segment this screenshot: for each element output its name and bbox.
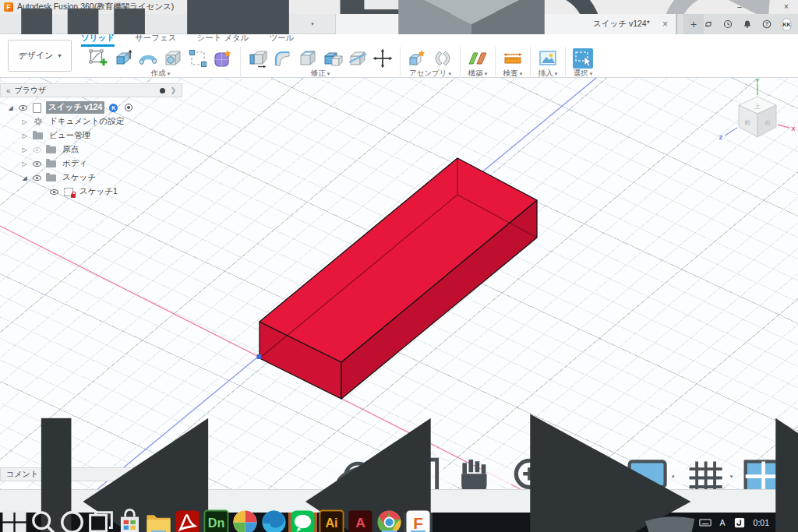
acrobat-taskbar-button[interactable] [173,513,202,532]
new-tab-button[interactable]: + [683,14,704,34]
ribbon-toolbar: デザイン ソリッドサーフェスシート メタルツール 作成修正アセンブリ構築検査挿入… [0,34,798,78]
panel-expand-icon[interactable]: ❯ [170,86,176,94]
ribbon-group-label-assemble[interactable]: アセンブリ [409,69,451,78]
ribbon-tab-tools[interactable]: ツール [270,33,295,47]
svg-text:?: ? [765,21,768,26]
view-cube[interactable]: YXZ上前右 [719,78,796,141]
task-view-taskbar-button[interactable] [87,513,115,532]
browser-item-label: スイッチ v124 [46,101,104,114]
ribbon-group-create: 作成 [81,47,241,78]
dimension-taskbar-button[interactable]: Dn [202,513,231,532]
ribbon-group-label-modify[interactable]: 修正 [311,69,330,78]
ribbon-groups: 作成修正アセンブリ構築検査挿入選択 [81,47,798,78]
insert-image-icon[interactable] [538,48,558,69]
cortana-taskbar-button[interactable] [58,513,87,532]
fusion-360-taskbar-button[interactable]: F [404,513,433,532]
visibility-eye-icon[interactable] [32,175,42,181]
collapse-panel-icon[interactable]: « [6,86,9,95]
extrude-icon[interactable] [113,48,133,69]
job-status-icon[interactable] [704,19,713,29]
rectangular-pattern-icon[interactable] [188,48,208,69]
document-tab-bar: ▾▾▾ スイッチ v124* × + ? KK [0,14,798,34]
svg-text:F: F [413,514,423,532]
file-explorer-taskbar-button[interactable] [144,513,173,532]
hole-icon[interactable] [163,48,183,69]
visibility-eye-icon[interactable] [49,189,59,195]
fusion-360-icon: F [404,508,433,532]
search-taskbar-button[interactable] [29,513,58,532]
expander-icon[interactable]: ▷ [20,132,29,139]
edge-taskbar-button[interactable] [260,513,288,532]
ribbon-tabs: ソリッドサーフェスシート メタルツール [81,34,798,47]
workspace-label: デザイン [18,50,53,62]
move-copy-icon[interactable] [373,48,393,69]
measure-icon[interactable] [503,48,523,69]
visibility-eye-icon[interactable] [32,147,42,153]
chrome-taskbar-button[interactable] [375,513,404,532]
ribbon-group-label-insert[interactable]: 挿入 [538,69,557,78]
store-taskbar-button[interactable] [115,513,144,532]
active-document-indicator[interactable] [125,104,132,111]
notification-bell-icon[interactable] [743,19,752,29]
adobe-app-taskbar-button[interactable]: A [346,513,375,532]
recent-clock-icon[interactable] [723,19,733,29]
revolve-icon[interactable] [138,48,158,69]
expander-icon[interactable]: ◢ [20,174,29,181]
new-component-icon[interactable] [408,48,428,69]
browser-row-bodies[interactable]: ▷ボディ [0,157,182,171]
browser-item-label: ボディ [60,157,90,170]
construction-plane-icon[interactable] [468,48,488,69]
svg-text:Z: Z [719,134,723,141]
browser-row-document-settings[interactable]: ▷ドキュメントの設定 [0,115,182,129]
visibility-eye-icon[interactable] [18,105,28,111]
ribbon-tab-solid[interactable]: ソリッド [81,33,115,47]
svg-text:前: 前 [744,119,750,126]
browser-item-label: スケッチ1 [77,185,120,198]
create-form-icon[interactable] [213,48,233,69]
joint-icon[interactable] [433,48,453,69]
browser-panel-header[interactable]: « ブラウザ ❯ [0,83,182,97]
account-avatar[interactable]: KK [782,18,792,31]
line-taskbar-button[interactable] [288,513,317,532]
panel-dot-icon[interactable] [160,88,165,93]
visibility-eye-icon[interactable] [32,161,42,167]
expander-icon[interactable]: ▷ [20,118,29,125]
tab-close-icon[interactable]: × [662,19,668,29]
shell-icon[interactable] [298,48,318,69]
edge-icon [260,508,288,532]
photos-taskbar-button[interactable] [231,513,260,532]
line-icon [288,508,317,532]
browser-row-named-views[interactable]: ▷ビュー管理 [0,129,182,143]
ribbon-tab-sheet-metal[interactable]: シート メタル [196,33,249,47]
ribbon-group-label-inspect[interactable]: 検査 [503,69,522,78]
illustrator-taskbar-button[interactable]: Ai [317,513,346,532]
select-icon[interactable] [573,48,593,69]
workspace-selector[interactable]: デザイン [8,40,72,72]
browser-row-document-root[interactable]: ◢スイッチ v124K [0,100,182,115]
document-tab[interactable]: スイッチ v124* × [335,14,676,34]
svg-text:X: X [791,125,796,132]
ribbon-group-label-create[interactable]: 作成 [151,69,170,78]
create-sketch-icon[interactable] [88,48,108,69]
tab-strip-right: + ? KK [677,14,798,34]
ribbon-group-label-construct[interactable]: 構築 [468,69,487,78]
folder-icon [45,146,57,153]
browser-panel: « ブラウザ ❯ ◢スイッチ v124K▷ドキュメントの設定▷ビュー管理▷原点▷… [0,83,182,199]
folder-icon [45,160,57,167]
help-icon[interactable]: ? [762,19,772,29]
browser-row-sketches[interactable]: ◢スケッチ [0,171,182,185]
expander-icon[interactable]: ▷ [20,160,29,167]
split-body-icon[interactable] [348,48,368,69]
expander-icon[interactable]: ▷ [20,146,29,153]
press-pull-icon[interactable] [248,48,268,69]
timeline-settings-gear-icon[interactable] [557,496,791,532]
browser-row-sketch1[interactable]: スケッチ1 [0,185,182,199]
ribbon-tab-surface[interactable]: サーフェス [135,33,176,47]
start-taskbar-button[interactable] [0,513,29,532]
browser-row-origin[interactable]: ▷原点 [0,143,182,157]
ribbon-group-label-select[interactable]: 選択 [574,69,592,78]
document-tab-label: スイッチ v124* [593,19,650,30]
expander-icon[interactable]: ◢ [6,104,15,111]
combine-icon[interactable] [323,48,343,69]
fillet-icon[interactable] [273,48,293,69]
